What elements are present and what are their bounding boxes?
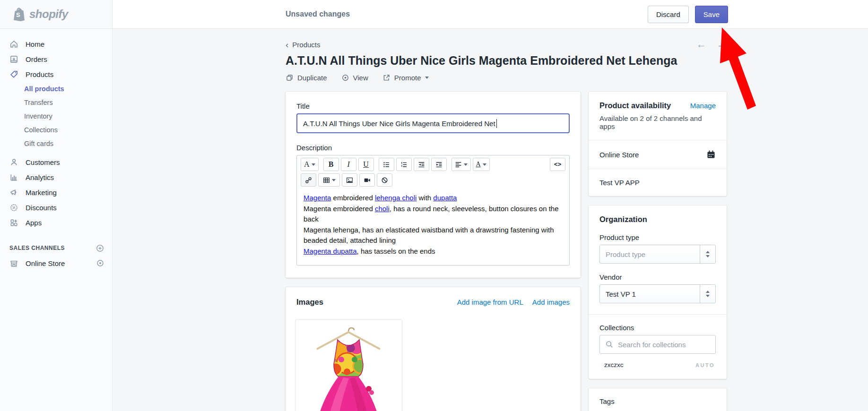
images-card: Images Add image from URL Add images xyxy=(286,287,581,411)
bold-glyph: B xyxy=(329,161,334,168)
view-icon xyxy=(341,74,349,82)
view-channel-eye-icon[interactable] xyxy=(96,259,104,267)
description-link[interactable]: choli xyxy=(375,205,390,213)
breadcrumb-label: Products xyxy=(292,41,320,49)
sidebar-item-label: Apps xyxy=(26,219,42,227)
bold-button[interactable]: B xyxy=(323,158,339,171)
product-type-select[interactable]: Product type xyxy=(599,245,716,264)
insert-video-button[interactable] xyxy=(359,173,375,187)
sidebar-item-home[interactable]: Home xyxy=(0,36,112,51)
add-image-from-url-link[interactable]: Add image from URL xyxy=(457,298,523,306)
home-icon xyxy=(9,40,18,49)
bulleted-list-button[interactable] xyxy=(379,158,394,171)
text-color-dropdown-button[interactable]: A xyxy=(473,158,490,171)
description-content[interactable]: Magenta embroidered lehenga choli with d… xyxy=(297,187,569,265)
link-icon xyxy=(305,177,312,184)
sidebar-item-label: Products xyxy=(26,70,53,78)
sidebar-item-online-store[interactable]: Online Store xyxy=(0,255,112,271)
description-link[interactable]: Magenta dupatta xyxy=(304,247,357,255)
vendor-select[interactable]: Test VP 1 xyxy=(599,284,716,303)
unsaved-changes-status: Unsaved changes xyxy=(286,10,350,18)
alignment-dropdown-button[interactable] xyxy=(451,158,471,171)
sidebar-item-customers[interactable]: Customers xyxy=(0,154,112,170)
description-line: Magenta embroidered lehenga choli with d… xyxy=(304,193,563,204)
product-image-thumbnail[interactable] xyxy=(295,319,402,411)
page-title: A.T.U.N All Things Uber Nice Girls Magen… xyxy=(286,53,727,68)
discounts-icon xyxy=(9,203,18,212)
collections-search-input[interactable] xyxy=(599,335,716,354)
outdent-button[interactable] xyxy=(414,158,429,171)
sidebar-item-label: Orders xyxy=(26,55,47,63)
channel-test-vp-app: Test VP APP xyxy=(599,179,640,187)
add-images-link[interactable]: Add images xyxy=(532,298,570,306)
sidebar-subitem-gift-cards[interactable]: Gift cards xyxy=(0,137,112,150)
view-button[interactable]: View xyxy=(341,74,368,82)
sidebar-item-products[interactable]: Products xyxy=(0,67,112,82)
sidebar-subitem-all-products[interactable]: All products xyxy=(0,82,112,95)
marketing-icon xyxy=(9,188,18,197)
clear-formatting-button[interactable] xyxy=(377,173,392,187)
save-button[interactable]: Save xyxy=(695,6,728,23)
analytics-icon xyxy=(9,173,18,182)
rich-text-editor: A B I U xyxy=(296,155,570,265)
title-actions: Duplicate View Promote xyxy=(286,74,727,82)
auto-badge: AUTO xyxy=(695,362,715,368)
sidebar-item-apps[interactable]: Apps xyxy=(0,215,112,230)
sidebar-item-analytics[interactable]: Analytics xyxy=(0,170,112,185)
add-channel-icon[interactable] xyxy=(95,244,104,253)
back-chevron-icon: ‹ xyxy=(286,40,288,49)
sidebar-subitem-collections[interactable]: Collections xyxy=(0,123,112,137)
manage-availability-link[interactable]: Manage xyxy=(690,102,716,110)
topbar-actions: Discard Save xyxy=(648,6,728,23)
description-text: Magenta embroidered xyxy=(304,205,375,213)
discard-button[interactable]: Discard xyxy=(648,6,689,23)
availability-title: Product availability xyxy=(599,101,671,110)
previous-product-arrow[interactable]: ← xyxy=(696,39,706,50)
breadcrumb[interactable]: ‹ Products xyxy=(286,40,321,49)
sidebar-item-label: Discounts xyxy=(26,204,57,212)
promote-label: Promote xyxy=(394,74,421,82)
title-input[interactable]: A.T.U.N All Things Uber Nice Girls Magen… xyxy=(296,113,570,133)
sidebar-item-marketing[interactable]: Marketing xyxy=(0,185,112,200)
product-type-label: Product type xyxy=(599,233,716,241)
numbered-list-icon xyxy=(400,161,408,168)
html-code-view-button[interactable]: <> xyxy=(550,158,565,171)
duplicate-button[interactable]: Duplicate xyxy=(286,74,327,82)
format-dropdown-button[interactable]: A xyxy=(301,158,319,171)
chevron-down-icon xyxy=(312,163,315,166)
insert-image-button[interactable] xyxy=(342,173,357,187)
duplicate-label: Duplicate xyxy=(297,74,327,82)
editor-toolbar-row-1: A B I U xyxy=(297,155,569,171)
sidebar-subitem-inventory[interactable]: Inventory xyxy=(0,109,112,123)
indent-button[interactable] xyxy=(431,158,447,171)
next-product-arrow[interactable]: → xyxy=(717,39,727,50)
description-link[interactable]: dupatta xyxy=(433,194,457,202)
sidebar-item-label: Analytics xyxy=(26,173,54,181)
customers-icon xyxy=(9,158,18,167)
insert-table-button[interactable] xyxy=(318,173,340,187)
chevron-down-icon xyxy=(483,163,486,166)
sidebar-item-label: Customers xyxy=(26,158,60,166)
align-left-icon xyxy=(455,161,462,168)
sidebar-item-discounts[interactable]: Discounts xyxy=(0,200,112,215)
underline-button[interactable]: U xyxy=(358,158,374,171)
promote-button[interactable]: Promote xyxy=(382,74,429,82)
apps-icon xyxy=(9,218,18,227)
italic-button[interactable]: I xyxy=(341,158,356,171)
chevron-down-icon xyxy=(464,163,468,166)
sidebar-item-orders[interactable]: Orders xyxy=(0,51,112,67)
description-link[interactable]: Magenta xyxy=(304,194,331,202)
description-link[interactable]: lehenga choli xyxy=(375,194,417,202)
underline-glyph: U xyxy=(363,161,369,168)
shopify-logo[interactable]: S shopify xyxy=(0,0,113,28)
collection-list-item[interactable]: zxczxc AUTO xyxy=(599,361,716,369)
description-text: , has tassels on the ends xyxy=(357,247,435,255)
insert-link-button[interactable] xyxy=(301,173,316,187)
numbered-list-button[interactable] xyxy=(396,158,412,171)
schedule-calendar-icon[interactable] xyxy=(706,150,716,159)
product-pagination: ← → xyxy=(696,39,727,50)
description-label: Description xyxy=(296,144,570,152)
sidebar-subitem-transfers[interactable]: Transfers xyxy=(0,95,112,109)
code-glyph: <> xyxy=(554,161,562,168)
chevron-down-icon xyxy=(332,179,336,181)
